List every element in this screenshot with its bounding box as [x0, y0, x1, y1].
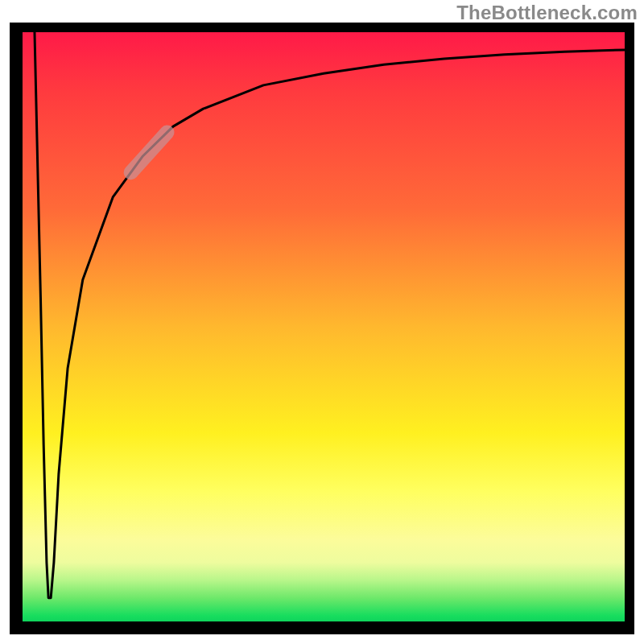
plot-frame [10, 23, 634, 634]
data-curve [35, 32, 625, 598]
highlight-segment [131, 132, 167, 172]
watermark-text: TheBottleneck.com [456, 2, 638, 24]
curve-svg [23, 32, 625, 621]
chart-stage: TheBottleneck.com [0, 0, 644, 644]
